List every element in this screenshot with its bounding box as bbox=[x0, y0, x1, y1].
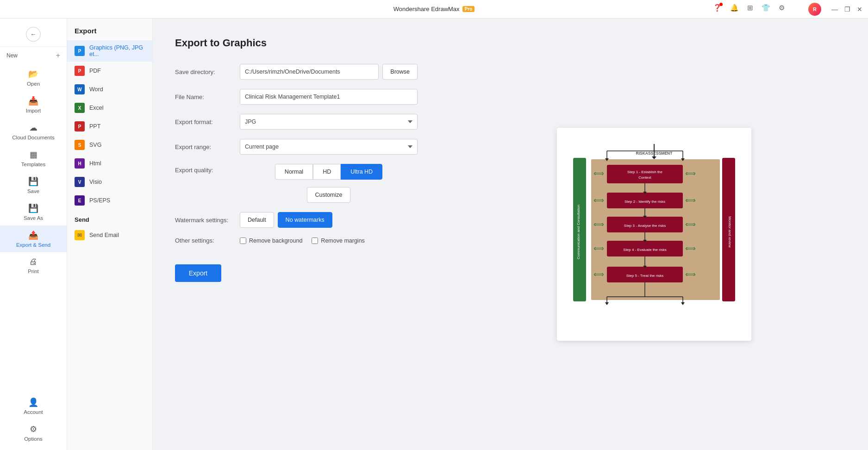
sidebar-item-open[interactable]: 📂 Open bbox=[0, 64, 67, 91]
export-form-panel: Export to Graphics Save directory: Brows… bbox=[153, 19, 440, 450]
export-quality-row: Export quality: Normal HD Ultra HD Custo… bbox=[175, 164, 418, 203]
export-format-sidebar: Export P Graphics (PNG, JPG et... P PDF … bbox=[67, 19, 153, 450]
format-item-excel[interactable]: X Excel bbox=[67, 99, 152, 117]
svg-text:⟺: ⟺ bbox=[685, 196, 695, 204]
format-item-pseps[interactable]: E PS/EPS bbox=[67, 191, 152, 210]
topbar-icons: ❓ 🔔 ⊞ 👕 ⚙ bbox=[713, 4, 785, 12]
format-item-visio[interactable]: V Visio bbox=[67, 173, 152, 191]
remove-margins-checkbox[interactable]: Remove margins bbox=[312, 238, 364, 244]
sidebar-item-import[interactable]: 📥 Import bbox=[0, 91, 67, 118]
sidebar-item-cloud[interactable]: ☁ Cloud Documents bbox=[0, 118, 67, 145]
svg-text:Step 3 - Analyse the risks: Step 3 - Analyse the risks bbox=[624, 224, 665, 228]
png-icon: P bbox=[75, 46, 85, 56]
export-range-select[interactable]: Current page All pages Selected items bbox=[240, 139, 418, 155]
format-item-html[interactable]: H Html bbox=[67, 154, 152, 173]
svg-text:⟺: ⟺ bbox=[685, 244, 695, 252]
diagram-svg: Communication and Consultation Monitor a… bbox=[571, 142, 737, 327]
options-icon: ⚙ bbox=[30, 424, 37, 434]
svg-marker-5 bbox=[652, 156, 656, 159]
save-icon: 💾 bbox=[28, 176, 38, 187]
svg-text:⟺: ⟺ bbox=[685, 270, 695, 278]
other-settings-row: Other settings: Remove background Remove… bbox=[175, 237, 418, 244]
export-format-row: Export format: JPG PNG BMP TIFF GIF bbox=[175, 114, 418, 130]
import-icon: 📥 bbox=[28, 96, 38, 106]
sidebar-item-print[interactable]: 🖨 Print bbox=[0, 252, 67, 279]
svg-text:⟺: ⟺ bbox=[593, 270, 604, 278]
quality-button-group: Normal HD Ultra HD bbox=[275, 164, 382, 180]
browse-button[interactable]: Browse bbox=[382, 64, 418, 80]
cloud-icon: ☁ bbox=[29, 123, 37, 133]
quality-normal-button[interactable]: Normal bbox=[275, 164, 313, 180]
export-range-label: Export range: bbox=[175, 144, 240, 150]
excel-icon: X bbox=[75, 103, 85, 113]
shop-icon[interactable]: 👕 bbox=[762, 4, 770, 12]
user-avatar[interactable]: R bbox=[808, 3, 821, 16]
other-settings-label: Other settings: bbox=[175, 237, 240, 244]
svg-text:RISKASSESSMENT: RISKASSESSMENT bbox=[636, 151, 673, 156]
account-icon: 👤 bbox=[28, 397, 38, 407]
watermark-none-button[interactable]: No watermarks bbox=[278, 212, 332, 228]
svg-text:⟺: ⟺ bbox=[685, 169, 695, 177]
html-icon: H bbox=[75, 158, 85, 169]
svg-text:⟺: ⟺ bbox=[685, 220, 695, 228]
quality-ultra-hd-button[interactable]: Ultra HD bbox=[341, 164, 382, 180]
minimize-button[interactable]: — bbox=[831, 6, 838, 13]
svg-rect-8 bbox=[607, 165, 683, 183]
format-item-ppt[interactable]: P PPT bbox=[67, 117, 152, 136]
format-item-word[interactable]: W Word bbox=[67, 80, 152, 99]
sidebar-item-new[interactable]: New + bbox=[0, 47, 67, 64]
sidebar-item-save-as[interactable]: 💾 Save As bbox=[0, 199, 67, 225]
svg-marker-41 bbox=[605, 302, 609, 305]
watermark-row: Watermark settings: Default No watermark… bbox=[175, 212, 418, 228]
customize-button[interactable]: Customize bbox=[307, 187, 350, 203]
export-icon: 📤 bbox=[28, 230, 38, 240]
file-name-row: File Name: bbox=[175, 89, 418, 105]
app-title: Wondershare EdrawMax Pro bbox=[393, 6, 475, 12]
sidebar-item-options[interactable]: ⚙ Options bbox=[0, 419, 67, 446]
svg-icon: S bbox=[75, 140, 85, 150]
help-dot bbox=[719, 3, 723, 6]
quality-hd-button[interactable]: HD bbox=[313, 164, 341, 180]
settings-icon[interactable]: ⚙ bbox=[779, 4, 785, 12]
sidebar-item-export[interactable]: 📤 Export & Send bbox=[0, 225, 67, 252]
pdf-icon: P bbox=[75, 66, 85, 76]
window-controls[interactable]: R — ❐ ✕ bbox=[808, 3, 862, 16]
svg-text:⟺: ⟺ bbox=[593, 220, 604, 228]
send-email-item[interactable]: ✉ Send Email bbox=[67, 226, 152, 244]
sidebar-item-templates[interactable]: ▦ Templates bbox=[0, 145, 67, 172]
watermark-default-button[interactable]: Default bbox=[240, 212, 274, 228]
sidebar-item-account[interactable]: 👤 Account bbox=[0, 393, 67, 419]
sidebar-item-save[interactable]: 💾 Save bbox=[0, 172, 67, 199]
print-icon: 🖨 bbox=[29, 257, 37, 267]
export-quality-label: Export quality: bbox=[175, 164, 240, 174]
svg-marker-42 bbox=[681, 302, 685, 305]
export-format-select[interactable]: JPG PNG BMP TIFF GIF bbox=[240, 114, 418, 130]
preview-panel: Communication and Consultation Monitor a… bbox=[440, 19, 868, 450]
close-button[interactable]: ✕ bbox=[857, 6, 862, 13]
svg-text:Step 4 - Evaluate the risks: Step 4 - Evaluate the risks bbox=[623, 248, 666, 252]
svg-text:Context: Context bbox=[638, 175, 651, 180]
save-as-icon: 💾 bbox=[28, 203, 38, 213]
watermark-label: Watermark settings: bbox=[175, 217, 240, 224]
templates-icon: ▦ bbox=[30, 150, 37, 160]
help-icon[interactable]: ❓ bbox=[713, 4, 722, 12]
email-icon: ✉ bbox=[75, 230, 85, 240]
export-sidebar-title: Export bbox=[67, 23, 152, 40]
svg-text:Communication and Consultation: Communication and Consultation bbox=[576, 205, 581, 259]
file-name-input[interactable] bbox=[240, 89, 418, 105]
export-form-title: Export to Graphics bbox=[175, 37, 418, 49]
svg-text:⟺: ⟺ bbox=[593, 169, 604, 177]
save-directory-input[interactable] bbox=[240, 64, 379, 80]
back-button[interactable]: ← bbox=[26, 27, 41, 42]
notification-icon[interactable]: 🔔 bbox=[730, 4, 739, 12]
maximize-button[interactable]: ❐ bbox=[844, 6, 850, 13]
send-section-title: Send bbox=[67, 210, 152, 226]
save-directory-row: Save directory: Browse bbox=[175, 64, 418, 80]
export-button[interactable]: Export bbox=[175, 264, 221, 282]
community-icon[interactable]: ⊞ bbox=[747, 4, 753, 12]
pseps-icon: E bbox=[75, 195, 85, 206]
format-item-svg[interactable]: S SVG bbox=[67, 136, 152, 154]
format-item-png[interactable]: P Graphics (PNG, JPG et... bbox=[67, 40, 152, 62]
format-item-pdf[interactable]: P PDF bbox=[67, 62, 152, 80]
remove-background-checkbox[interactable]: Remove background bbox=[240, 238, 302, 244]
